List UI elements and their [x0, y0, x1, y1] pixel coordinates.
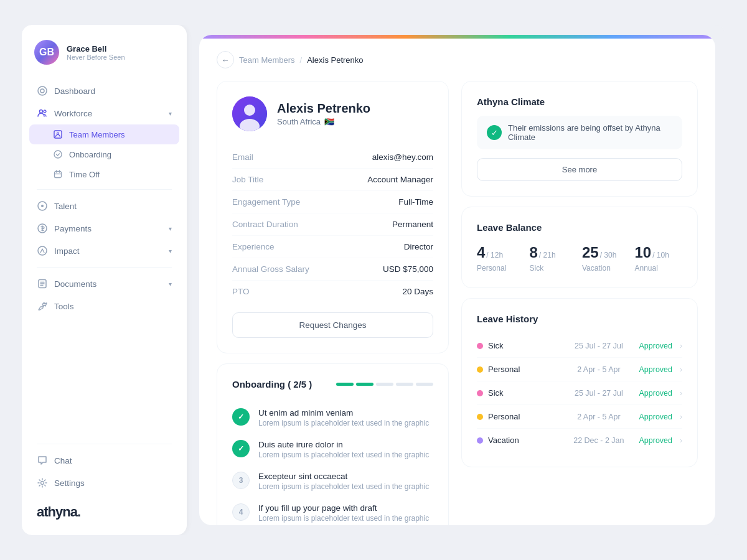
svg-point-9 [41, 205, 44, 207]
payments-icon [37, 223, 48, 234]
leave-history-dates: 25 Jul - 27 Jul [563, 389, 634, 398]
main-area: ← Team Members / Alexis Petrenko [187, 25, 725, 535]
request-changes-button[interactable]: Request Changes [232, 312, 433, 338]
impact-icon [37, 245, 48, 256]
sidebar-item-impact[interactable]: Impact ▾ [29, 240, 179, 262]
sidebar-item-documents-label: Documents [54, 279, 162, 289]
progress-bar [336, 383, 433, 386]
dashboard-icon [37, 85, 48, 96]
onboarding-icon [53, 149, 63, 159]
leave-type: Annual [635, 264, 683, 273]
step-indicator: 3 [232, 472, 250, 489]
leave-history-dates: 2 Apr - 5 Apr [563, 365, 634, 374]
list-item[interactable]: Personal 2 Apr - 5 Apr Approved › [477, 358, 682, 381]
leave-history-type: Vacation [488, 436, 558, 445]
leave-count-number: 10 [635, 244, 652, 261]
sidebar-item-time-off-label: Time Off [69, 170, 100, 179]
sidebar-item-talent[interactable]: Talent [29, 195, 179, 217]
sidebar-item-workforce[interactable]: Workforce ▾ [29, 102, 179, 124]
leave-balance-item: 10 / 10h Annual [635, 244, 683, 273]
leave-unit: / 21h [539, 251, 556, 259]
chevron-right-icon: › [680, 436, 682, 445]
profile-name: Alexis Petrenko [277, 101, 370, 116]
chevron-right-icon: › [680, 413, 682, 421]
info-row: Job TitleAccount Manager [232, 169, 433, 191]
svg-point-5 [57, 133, 59, 134]
list-item[interactable]: Sick 25 Jul - 27 Jul Approved › [477, 381, 682, 405]
svg-point-3 [44, 110, 46, 113]
onboarding-header: Onboarding ( 2/5 ) [232, 379, 433, 390]
chevron-right-icon: › [680, 389, 682, 398]
profile-header: Alexis Petrenko South Africa 🇿🇦 [232, 96, 433, 131]
time-off-icon [53, 169, 63, 179]
sidebar-item-tools[interactable]: Tools [29, 295, 179, 317]
onboarding-items: ✓ Ut enim ad minim veniam Lorem ipsum is… [232, 402, 433, 525]
list-item: 3 Excepteur sint occaecat Lorem ipsum is… [232, 465, 433, 497]
list-item: ✓ Duis aute irure dolor in Lorem ipsum i… [232, 434, 433, 465]
sidebar-item-dashboard[interactable]: Dashboard [29, 80, 179, 102]
check-circle-icon: ✓ [487, 125, 502, 140]
progress-segment [416, 383, 433, 386]
info-row: ExperienceDirector [232, 236, 433, 258]
sidebar-item-chat[interactable]: Chat [29, 449, 179, 472]
climate-title: Athyna Climate [477, 96, 682, 107]
list-item[interactable]: Vacation 22 Dec - 2 Jan Approved › [477, 429, 682, 452]
leave-balance-card: Leave Balance 4 / 12h Personal 8 / 21h S… [461, 207, 698, 288]
divider [37, 189, 172, 190]
profile-info: Emailalexis@hey.comJob TitleAccount Mana… [232, 146, 433, 302]
sidebar-item-payments[interactable]: Payments ▾ [29, 217, 179, 240]
leave-type-dot [477, 366, 483, 373]
leave-history-type: Personal [488, 365, 558, 374]
step-description: Lorem ipsum is placeholder text used in … [258, 482, 429, 491]
sidebar-item-workforce-label: Workforce [54, 109, 162, 118]
leave-unit: / 12h [486, 251, 503, 259]
sidebar-item-onboarding[interactable]: Onboarding [29, 144, 179, 164]
leave-balance-item: 8 / 21h Sick [530, 244, 578, 273]
list-item[interactable]: Personal 2 Apr - 5 Apr Approved › [477, 405, 682, 429]
info-row: Contract DurationPermanent [232, 213, 433, 236]
leave-history-status: Approved [639, 389, 673, 398]
leave-history-type: Sick [488, 388, 558, 398]
info-row: Emailalexis@hey.com [232, 146, 433, 169]
left-column: Alexis Petrenko South Africa 🇿🇦 Emailale… [217, 81, 449, 525]
main-content: ← Team Members / Alexis Petrenko [199, 39, 715, 525]
list-item[interactable]: Sick 25 Jul - 27 Jul Approved › [477, 334, 682, 358]
sidebar: GB Grace Bell Never Before Seen Dashboar… [22, 25, 187, 535]
right-column: Athyna Climate ✓ Their emissions are bei… [461, 81, 698, 525]
leave-grid: 4 / 12h Personal 8 / 21h Sick 25 / 30h V… [477, 244, 682, 273]
leave-history-type: Personal [488, 412, 558, 421]
sidebar-item-documents[interactable]: Documents ▾ [29, 273, 179, 295]
flag-icon: 🇿🇦 [324, 117, 334, 126]
progress-segment [356, 383, 374, 386]
sidebar-item-time-off[interactable]: Time Off [29, 164, 179, 184]
sidebar-item-chat-label: Chat [54, 456, 172, 465]
divider-2 [37, 267, 172, 268]
leave-type: Vacation [582, 264, 630, 273]
progress-segment [376, 383, 393, 386]
back-button[interactable]: ← [217, 51, 234, 68]
leave-count-number: 4 [477, 244, 485, 261]
leave-balance-title: Leave Balance [477, 222, 682, 233]
sidebar-item-talent-label: Talent [54, 202, 172, 211]
sidebar-item-impact-label: Impact [54, 246, 162, 256]
sidebar-item-team-members[interactable]: Team Members [29, 124, 179, 144]
leave-history-status: Approved [639, 413, 673, 421]
user-profile[interactable]: GB Grace Bell Never Before Seen [22, 40, 187, 80]
leave-type: Sick [530, 264, 578, 273]
chevron-down-icon: ▾ [169, 110, 172, 117]
step-title: Duis aute irure dolor in [258, 440, 429, 449]
svg-point-15 [244, 105, 255, 116]
onboarding-title: Onboarding ( 2/5 ) [232, 379, 312, 390]
logo: athyna. [29, 494, 179, 520]
gear-icon [37, 477, 48, 488]
leave-history-dates: 25 Jul - 27 Jul [563, 342, 634, 350]
list-item: 4 If you fill up your page with draft Lo… [232, 497, 433, 525]
leave-history-items: Sick 25 Jul - 27 Jul Approved › Personal… [477, 334, 682, 452]
sidebar-item-team-members-label: Team Members [69, 130, 125, 139]
svg-point-2 [40, 110, 43, 113]
sidebar-item-settings[interactable]: Settings [29, 472, 179, 494]
user-name: Grace Bell [67, 44, 125, 54]
breadcrumb-current: Alexis Petrenko [307, 55, 363, 65]
see-more-button[interactable]: See more [477, 158, 682, 181]
location-text: South Africa [277, 117, 321, 126]
